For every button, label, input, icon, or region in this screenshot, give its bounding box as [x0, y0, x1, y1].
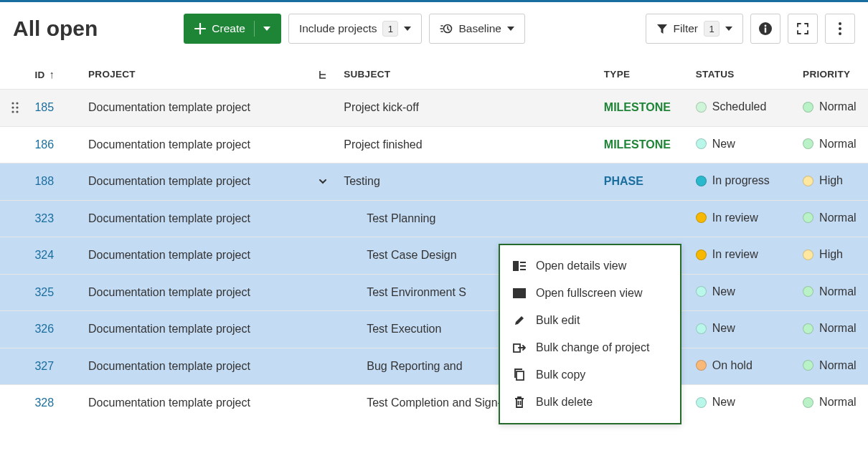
- table-row[interactable]: 328Documentation template projectTest Co…: [0, 385, 868, 422]
- copy-icon: [513, 369, 526, 381]
- priority-dot: [803, 102, 813, 113]
- kebab-icon: [839, 22, 841, 35]
- work-packages-table: ID↑ PROJECT SUBJECT TYPE STATUS PRIORITY…: [0, 60, 868, 422]
- id-link[interactable]: 323: [34, 212, 54, 224]
- table-row[interactable]: 188Documentation template projectTesting…: [0, 163, 868, 201]
- menu-item-move[interactable]: Bulk change of project: [500, 334, 680, 361]
- status-dot: [696, 138, 707, 149]
- svg-point-4: [839, 22, 841, 25]
- status-dot: [696, 360, 707, 371]
- col-priority[interactable]: PRIORITY: [796, 60, 868, 90]
- table-row[interactable]: 327Documentation template projectBug Rep…: [0, 348, 868, 385]
- priority-dot: [803, 138, 813, 149]
- svg-point-10: [16, 107, 18, 109]
- menu-item-fullscreen[interactable]: Open fullscreen view: [500, 280, 680, 307]
- col-id[interactable]: ID↑: [27, 60, 81, 90]
- table-row[interactable]: 326Documentation template projectTest Ex…: [0, 311, 868, 348]
- subject-cell[interactable]: Project kick-off: [336, 90, 597, 127]
- priority-label: High: [819, 248, 843, 261]
- filter-count: 1: [704, 21, 720, 37]
- priority-cell: Normal: [796, 200, 868, 237]
- col-subject-hierarchy[interactable]: [311, 60, 336, 90]
- status-label: New: [712, 138, 735, 151]
- drag-handle-icon[interactable]: [11, 102, 19, 113]
- type-cell: MILESTONE: [597, 90, 689, 127]
- status-cell: New: [689, 385, 796, 422]
- id-link[interactable]: 325: [34, 286, 54, 298]
- menu-item-label: Bulk change of project: [536, 341, 649, 354]
- priority-label: High: [819, 174, 843, 187]
- table-row[interactable]: 324Documentation template projectTest Ca…: [0, 237, 868, 275]
- expand-button[interactable]: [788, 14, 818, 44]
- status-cell: In review: [689, 237, 796, 275]
- id-link[interactable]: 324: [34, 249, 54, 261]
- priority-label: Normal: [819, 285, 857, 298]
- menu-item-label: Bulk copy: [536, 369, 585, 381]
- table-row[interactable]: 185Documentation template projectProject…: [0, 90, 868, 127]
- type-cell: [597, 200, 689, 237]
- table-row[interactable]: 325Documentation template projectTest En…: [0, 274, 868, 311]
- chevron-down-icon: [507, 27, 514, 31]
- table-row[interactable]: 186Documentation template projectProject…: [0, 126, 868, 163]
- info-icon: [758, 22, 773, 36]
- col-project[interactable]: PROJECT: [81, 60, 311, 90]
- col-status[interactable]: STATUS: [689, 60, 796, 90]
- include-projects-button[interactable]: Include projects 1: [288, 14, 423, 44]
- id-link[interactable]: 188: [34, 175, 54, 187]
- svg-rect-16: [520, 269, 526, 270]
- id-link[interactable]: 186: [34, 138, 54, 151]
- status-label: In review: [712, 248, 758, 261]
- baseline-button[interactable]: Baseline: [429, 14, 524, 44]
- svg-point-2: [765, 25, 767, 27]
- id-link[interactable]: 326: [34, 323, 54, 335]
- status-cell: In progress: [689, 163, 796, 201]
- priority-cell: Normal: [796, 348, 868, 385]
- sort-asc-icon: ↑: [49, 68, 55, 80]
- id-link[interactable]: 327: [34, 360, 54, 372]
- menu-item-details[interactable]: Open details view: [500, 252, 680, 280]
- priority-label: Normal: [819, 359, 857, 372]
- priority-dot: [803, 323, 813, 334]
- project-cell: Documentation template project: [81, 385, 311, 422]
- priority-label: Normal: [819, 396, 857, 409]
- filter-button[interactable]: Filter 1: [646, 14, 743, 44]
- chevron-down-icon[interactable]: [318, 176, 328, 186]
- subject-cell[interactable]: Project finished: [336, 126, 597, 163]
- status-cell: New: [689, 126, 796, 163]
- baseline-icon: [440, 22, 453, 35]
- priority-cell: Normal: [796, 311, 868, 348]
- subject-cell[interactable]: Testing: [336, 163, 597, 201]
- move-icon: [513, 342, 526, 353]
- project-cell: Documentation template project: [81, 311, 311, 348]
- menu-item-copy[interactable]: Bulk copy: [500, 361, 680, 389]
- status-dot: [696, 397, 707, 408]
- info-button[interactable]: [750, 14, 780, 44]
- menu-item-label: Bulk edit: [536, 314, 580, 327]
- col-subject[interactable]: SUBJECT: [336, 60, 597, 90]
- chevron-down-icon: [263, 27, 270, 31]
- svg-rect-3: [765, 28, 766, 33]
- subject-cell[interactable]: Test Planning: [336, 200, 597, 237]
- create-label: Create: [212, 22, 245, 35]
- id-link[interactable]: 185: [34, 101, 54, 113]
- expand-icon: [796, 22, 809, 35]
- delete-icon: [513, 396, 526, 409]
- menu-item-label: Bulk delete: [536, 396, 593, 409]
- priority-cell: Normal: [796, 90, 868, 127]
- more-button[interactable]: [825, 14, 855, 44]
- table-row[interactable]: 323Documentation template projectTest Pl…: [0, 200, 868, 237]
- priority-cell: High: [796, 237, 868, 275]
- menu-item-delete[interactable]: Bulk delete: [500, 389, 680, 416]
- col-type[interactable]: TYPE: [597, 60, 689, 90]
- create-button[interactable]: Create: [184, 14, 281, 44]
- chevron-down-icon: [404, 27, 411, 31]
- status-dot: [696, 176, 707, 186]
- priority-label: Normal: [819, 212, 857, 224]
- menu-item-edit[interactable]: Bulk edit: [500, 307, 680, 334]
- filter-icon: [656, 23, 668, 34]
- id-link[interactable]: 328: [34, 396, 54, 409]
- fullscreen-icon: [513, 288, 526, 298]
- status-cell: In review: [689, 200, 796, 237]
- type-cell: MILESTONE: [597, 126, 689, 163]
- svg-point-5: [839, 27, 841, 30]
